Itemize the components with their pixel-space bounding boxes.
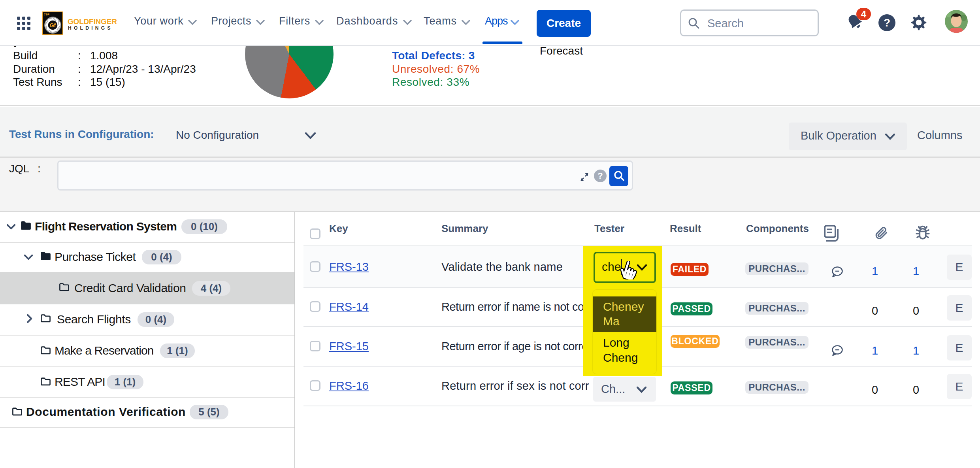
svg-text:Gf: Gf xyxy=(50,22,56,28)
